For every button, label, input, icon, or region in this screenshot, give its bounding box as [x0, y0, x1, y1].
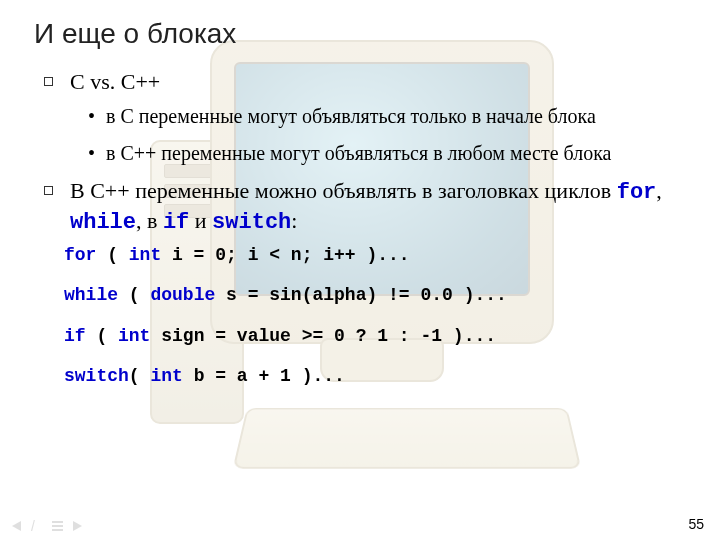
kw-if: if: [163, 210, 189, 235]
bullet-2-sep1: ,: [656, 178, 662, 203]
code-kw: for: [64, 245, 96, 265]
page-number: 55: [688, 516, 704, 532]
code-line-3: if ( int sign = value >= 0 ? 1 : -1 )...: [64, 325, 686, 348]
code-kw: switch: [64, 366, 129, 386]
code-text: s = sin(alpha) != 0.0 )...: [215, 285, 507, 305]
code-kw: int: [129, 245, 161, 265]
code-text: i = 0; i < n; i++ )...: [161, 245, 409, 265]
content: И еще о блоках С vs. C++ в C переменные …: [34, 18, 686, 388]
kw-for: for: [617, 180, 657, 205]
code-kw: while: [64, 285, 118, 305]
sub-bullet-list: в C переменные могут объявляться только …: [70, 103, 686, 167]
code-line-4: switch( int b = a + 1 )...: [64, 365, 686, 388]
slide-title: И еще о блоках: [34, 18, 686, 50]
divider-icon: /: [31, 521, 42, 532]
slide: И еще о блоках С vs. C++ в C переменные …: [0, 0, 720, 540]
bullet-1-text: С vs. C++: [70, 69, 160, 94]
code-text: sign = value >= 0 ? 1 : -1 )...: [150, 326, 496, 346]
prev-icon[interactable]: [12, 521, 21, 531]
bullet-2-sep3: и: [189, 208, 212, 233]
code-text: (: [129, 366, 151, 386]
kw-while: while: [70, 210, 136, 235]
code-text: b = a + 1 )...: [183, 366, 345, 386]
menu-icon[interactable]: [52, 521, 63, 531]
code-text: (: [86, 326, 118, 346]
next-icon[interactable]: [73, 521, 82, 531]
bullet-2-post: :: [291, 208, 297, 233]
code-kw: int: [150, 366, 182, 386]
code-text: (: [96, 245, 128, 265]
kw-switch: switch: [212, 210, 291, 235]
code-line-2: while ( double s = sin(alpha) != 0.0 )..…: [64, 284, 686, 307]
sub-bullet-1: в C переменные могут объявляться только …: [88, 103, 686, 130]
code-kw: if: [64, 326, 86, 346]
bullet-2-sep2: , в: [136, 208, 163, 233]
code-kw: double: [150, 285, 215, 305]
code-line-1: for ( int i = 0; i < n; i++ )...: [64, 244, 686, 267]
bullet-list: С vs. C++ в C переменные могут объявлять…: [34, 68, 686, 238]
bullet-1: С vs. C++ в C переменные могут объявлять…: [40, 68, 686, 167]
nav-controls: /: [12, 521, 82, 532]
code-kw: int: [118, 326, 150, 346]
sub-bullet-2: в C++ переменные могут объявляться в люб…: [88, 140, 686, 167]
bullet-2: В C++ переменные можно объявлять в загол…: [40, 177, 686, 238]
code-text: (: [118, 285, 150, 305]
bullet-2-pre: В C++ переменные можно объявлять в загол…: [70, 178, 617, 203]
